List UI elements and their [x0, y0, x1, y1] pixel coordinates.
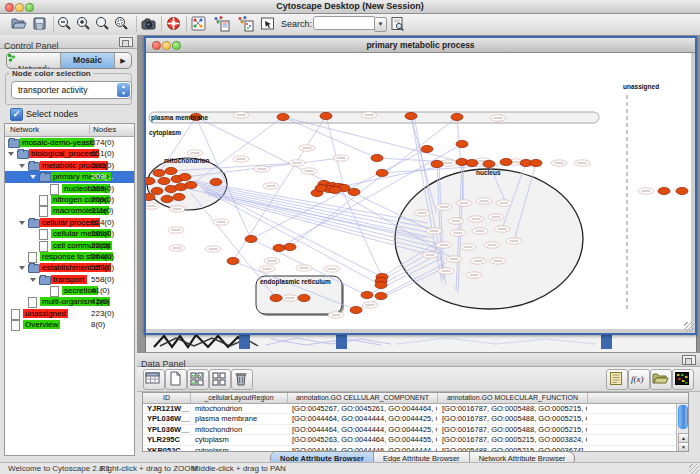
- graph-node[interactable]: [451, 113, 463, 120]
- search-input[interactable]: [313, 16, 376, 30]
- graph-node[interactable]: [158, 177, 170, 184]
- graph-node[interactable]: [146, 193, 155, 200]
- graph-label-node[interactable]: [438, 268, 454, 274]
- graph-label-node[interactable]: [263, 183, 279, 189]
- zoom-selected-icon[interactable]: [113, 15, 132, 33]
- network-canvas[interactable]: plasma membranecytoplasmmitochondrionnuc…: [146, 53, 691, 329]
- table-row[interactable]: YPL036W__2plasma membrane[GO:0044464, GO…: [143, 414, 688, 424]
- graph-label-node[interactable]: [282, 295, 298, 301]
- search-dropdown-arrow[interactable]: ▼: [374, 17, 387, 32]
- import-table-icon[interactable]: [236, 15, 255, 33]
- create-attribute-icon[interactable]: [165, 369, 187, 390]
- minimize-window-button[interactable]: [15, 3, 24, 12]
- graph-node[interactable]: [658, 187, 670, 194]
- unselect-all-attributes-icon[interactable]: [209, 369, 231, 390]
- graph-label-node[interactable]: [426, 228, 442, 234]
- graph-label-node[interactable]: [289, 160, 305, 166]
- graph-node[interactable]: [466, 159, 478, 166]
- graph-edge[interactable]: [342, 190, 382, 277]
- graph-label-node[interactable]: [296, 265, 312, 271]
- graph-label-node[interactable]: [301, 168, 317, 174]
- table-row[interactable]: YLR295Ccytoplasm[GO:0045263, GO:0044464,…: [143, 435, 688, 445]
- table-vertical-scrollbar[interactable]: ▲ ▼: [676, 404, 688, 451]
- table-cell[interactable]: [GO:0044464, GO:0044444, GO:0044425, G..…: [288, 425, 437, 434]
- expand-triangle-icon[interactable]: [19, 266, 25, 270]
- graph-label-node[interactable]: [213, 219, 229, 225]
- graph-node[interactable]: [284, 243, 296, 250]
- table-cell[interactable]: plasma membrane: [191, 414, 287, 423]
- graph-node[interactable]: [375, 292, 387, 299]
- save-icon[interactable]: [31, 15, 50, 33]
- graph-node[interactable]: [361, 291, 373, 298]
- graph-label-node[interactable]: [488, 214, 504, 220]
- graph-node[interactable]: [329, 186, 341, 193]
- graph-node[interactable]: [371, 154, 383, 161]
- table-cell[interactable]: [GO:0016787, GO:0005488, GO:0005215, G..…: [438, 425, 587, 434]
- table-cell[interactable]: YKR052C: [143, 446, 190, 452]
- graph-label-node[interactable]: [446, 256, 462, 262]
- table-cell[interactable]: YPL036W__2: [143, 414, 190, 423]
- tab-network[interactable]: Network: [7, 53, 61, 68]
- expand-triangle-icon[interactable]: [30, 175, 36, 179]
- table-cell[interactable]: mitochondrion: [191, 404, 287, 413]
- graph-node[interactable]: [151, 187, 163, 194]
- graph-label-node[interactable]: [476, 198, 492, 204]
- configure-search-icon[interactable]: [389, 15, 408, 33]
- tree-row[interactable]: nucleobase-209(0): [5, 183, 134, 194]
- graph-node[interactable]: [405, 112, 417, 119]
- tab-overflow-arrow-icon[interactable]: ▶: [115, 53, 131, 68]
- graph-node[interactable]: [270, 294, 282, 301]
- graph-label-node[interactable]: [472, 228, 488, 234]
- graph-node[interactable]: [165, 167, 177, 174]
- heatmap-icon[interactable]: [672, 369, 694, 390]
- graph-label-node[interactable]: [168, 227, 184, 233]
- graph-label-node[interactable]: [490, 258, 506, 264]
- tab-mosaic[interactable]: Mosaic: [61, 53, 115, 68]
- float-panel-icon[interactable]: [119, 37, 133, 47]
- graph-label-node[interactable]: [506, 238, 522, 244]
- zoom-in-icon[interactable]: [75, 15, 94, 33]
- graph-node[interactable]: [315, 184, 327, 191]
- tree-row[interactable]: macromolecule311(0): [5, 205, 134, 216]
- table-cell[interactable]: [GO:0045263, GO:0044464, GO:0044455, G..…: [288, 435, 437, 444]
- close-window-button[interactable]: [152, 41, 161, 50]
- tree-row[interactable]: Overview8(0): [5, 319, 134, 330]
- float-panel-icon[interactable]: [682, 355, 696, 365]
- table-cell[interactable]: [GO:0044464, GO:0044444, GO:0044425, G..…: [288, 414, 437, 423]
- graph-node[interactable]: [179, 173, 191, 180]
- graph-label-node[interactable]: [484, 242, 500, 248]
- graph-label-node[interactable]: [470, 258, 486, 264]
- table-row[interactable]: YPL036W__1mitochondrion[GO:0044464, GO:0…: [143, 425, 688, 435]
- node-color-dropdown[interactable]: transporter activity ▲▼: [11, 81, 132, 99]
- expand-triangle-icon[interactable]: [30, 278, 36, 282]
- graph-node[interactable]: [273, 244, 285, 251]
- zoom-fit-icon[interactable]: [94, 15, 113, 33]
- graph-node[interactable]: [277, 113, 289, 120]
- graph-label-node[interactable]: [422, 252, 438, 258]
- graph-label-node[interactable]: [466, 272, 482, 278]
- graph-label-node[interactable]: [490, 115, 506, 121]
- graph-label-node[interactable]: [468, 216, 484, 222]
- graph-label-node[interactable]: [450, 230, 466, 236]
- graph-node[interactable]: [530, 159, 542, 166]
- region-nucleus[interactable]: [395, 169, 583, 309]
- expand-triangle-icon[interactable]: [8, 152, 14, 156]
- graph-node[interactable]: [298, 294, 310, 301]
- graph-label-node[interactable]: [169, 206, 185, 212]
- snapshot-camera-icon[interactable]: [140, 15, 159, 33]
- attribute-table-header[interactable]: ID_cellularLayoutRegionannotation.GO CEL…: [143, 393, 688, 404]
- graph-label-node[interactable]: [574, 160, 590, 166]
- tree-row[interactable]: secretion41(0): [5, 285, 134, 296]
- graph-label-node[interactable]: [264, 258, 280, 264]
- background-window-strip[interactable]: [145, 332, 697, 352]
- graph-label-node[interactable]: [254, 166, 270, 172]
- select-all-attributes-icon[interactable]: [187, 369, 209, 390]
- graph-label-node[interactable]: [205, 246, 221, 252]
- resize-grip[interactable]: [689, 464, 699, 474]
- tree-row[interactable]: mosaic-demo-yeast874(0): [5, 137, 134, 148]
- graph-label-node[interactable]: [414, 210, 430, 216]
- graph-node[interactable]: [421, 145, 433, 152]
- minimize-window-button[interactable]: [162, 41, 171, 50]
- graph-node[interactable]: [350, 306, 362, 313]
- graph-node[interactable]: [210, 178, 222, 185]
